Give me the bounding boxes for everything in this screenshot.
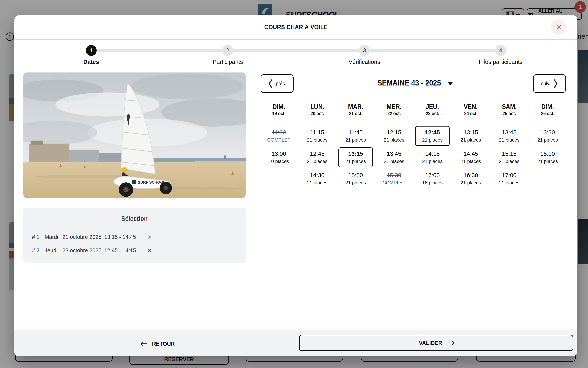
selection-day: Mardi [44,234,62,240]
slot-time: 13:45 [387,151,401,157]
week-title-label: SEMAINE 43 - 2025 [377,78,441,87]
back-button[interactable]: RETOUR [140,331,176,356]
step-circle-3[interactable]: 3 [359,45,370,56]
day-name: SAM. [502,103,517,110]
day-name: DIM. [541,103,554,110]
slot-time: 17:00 [502,172,517,179]
day-slots: 11:1521 places12:4521 places14:3021 plac… [300,126,334,190]
slot-time: 12:15 [387,129,401,136]
week-selector[interactable]: SEMAINE 43 - 2025 [261,78,566,87]
slot-time: 12:45 [310,151,325,157]
slot-time: 11:00 [272,129,286,136]
slot-places: 21 places [345,159,366,164]
slot-complet-label: COMPLET [382,180,406,186]
day-name: VEN. [464,103,478,110]
time-slot[interactable]: 16:0016 places [415,169,450,189]
empty-slot [530,169,565,189]
slot-places: 21 places [307,159,328,164]
slot-places: 21 places [499,159,520,164]
slot-time: 14:15 [425,151,440,157]
slot-time: 13:45 [502,129,517,136]
slot-time: 13:00 [272,151,286,157]
day-slots: 13:4521 places15:1521 places17:0021 plac… [492,126,527,190]
time-slot[interactable]: 13:1521 places [338,147,373,167]
slot-time: 15:00 [540,151,555,157]
time-slot[interactable]: 11:1521 places [300,126,334,146]
time-slot[interactable]: 13:1521 places [454,126,488,146]
next-week-label: suiv. [541,81,550,86]
slot-places: 21 places [307,180,328,186]
booking-modal: COURS CHAR À VOILE 1Dates2Participants3V… [14,15,577,356]
time-slot[interactable]: 13:4521 places [377,147,411,167]
day-column: SAM.25 oct.13:4521 places15:1521 places1… [490,103,528,190]
selection-title: Sélection [121,215,148,222]
time-slot[interactable]: 16:3021 places [454,169,488,189]
slot-places: 21 places [307,137,328,143]
slot-places: 16 places [422,180,443,186]
selection-item: # 2Jeudi23 octobre 202512:45 - 14:15✕ [32,247,240,254]
step-label-3: Vérifications [325,59,404,65]
slot-time: 13:15 [348,151,363,157]
slot-time: 16:00 [425,172,440,179]
time-slot[interactable]: 15:1521 places [492,147,527,167]
time-slot: 11:00COMPLET [262,126,296,146]
remove-selection-icon[interactable]: ✕ [147,247,152,254]
slot-time: 14:30 [310,172,325,179]
slot-time: 13:15 [464,129,478,136]
time-slot[interactable]: 14:3021 places [300,169,334,189]
slot-time: 11:15 [310,129,324,136]
day-name: MAR. [348,103,363,110]
day-date: 26 oct. [541,111,554,116]
day-name: JEU. [426,103,439,110]
time-slot[interactable]: 12:1521 places [377,126,411,146]
time-slot: 15:30COMPLET [377,169,411,189]
day-name: DIM. [272,103,285,110]
slot-places: 21 places [461,137,481,143]
slot-time: 15:30 [387,172,401,179]
day-slots: 13:1521 places14:4521 places16:3021 plac… [454,126,488,190]
next-week-button[interactable]: suiv. [533,74,566,93]
day-slots: 12:1521 places13:4521 places15:30COMPLET [377,126,411,190]
time-slot[interactable]: 12:4521 places [415,126,450,146]
stepper-track [91,49,500,52]
time-slot[interactable]: 14:1521 places [415,147,450,167]
arrow-right-icon [447,340,455,346]
modal-footer: RETOUR VALIDER [14,331,577,356]
step-label-2: Participants [188,59,268,65]
time-slot[interactable]: 13:3021 places [530,126,565,146]
slot-complet-label: COMPLET [267,137,290,143]
close-button[interactable] [551,19,566,35]
remove-selection-icon[interactable]: ✕ [147,234,152,240]
day-column: MER.22 oct.12:1521 places13:4521 places1… [375,103,413,190]
slot-places: 21 places [461,180,481,186]
time-slot[interactable]: 13:0010 places [262,147,296,167]
time-slot[interactable]: 14:4521 places [454,147,488,167]
slot-places: 21 places [422,159,443,164]
time-slot[interactable]: 11:4521 places [338,126,373,146]
time-slot[interactable]: 12:4521 places [300,147,334,167]
selection-time: 12:45 - 14:15 [104,248,147,254]
selection-day: Jeudi [44,248,62,254]
validate-button[interactable]: VALIDER [299,335,573,351]
selection-date: 21 octobre 2025 [62,234,104,240]
day-name: LUN. [310,103,324,110]
day-date: 22 oct. [387,111,401,116]
time-slot[interactable]: 13:4521 places [492,126,527,146]
slot-time: 11:45 [349,129,363,136]
time-slot[interactable]: 17:0021 places [492,169,527,189]
selection-index: # 1 [32,234,44,240]
back-label: RETOUR [152,340,175,347]
time-slot[interactable]: 15:0021 places [530,147,565,167]
time-slot[interactable]: 15:0021 places [338,169,373,189]
selection-time: 13:15 - 14:45 [104,234,147,240]
close-icon [556,24,562,30]
day-date: 23 oct. [426,111,439,116]
step-circle-4[interactable]: 4 [495,45,506,56]
day-date: 24 oct. [464,111,477,116]
step-circle-1[interactable]: 1 [86,45,97,56]
page: SURFSCHOOL ALLER AU PANIER 1 1 nent RÉSE… [0,0,588,368]
modal-title: COURS CHAR À VOILE [264,24,328,31]
day-column: VEN.24 oct.13:1521 places14:4521 places1… [452,103,490,190]
step-circle-2[interactable]: 2 [222,45,233,56]
day-slots: 12:4521 places14:1521 places16:0016 plac… [415,126,450,190]
